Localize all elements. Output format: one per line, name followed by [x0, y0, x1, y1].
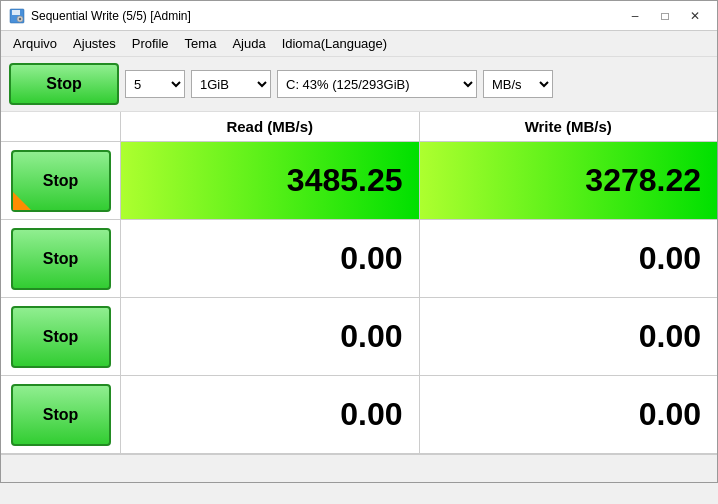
- table-row: Stop 0.00 0.00: [1, 298, 717, 376]
- svg-rect-1: [12, 10, 20, 15]
- drive-select[interactable]: C: 43% (125/293GiB): [277, 70, 477, 98]
- menu-idioma[interactable]: Idioma(Language): [274, 33, 396, 54]
- disk-icon: [9, 8, 25, 24]
- unit-select[interactable]: MB/s: [483, 70, 553, 98]
- header-read: Read (MB/s): [121, 112, 420, 141]
- menu-tema[interactable]: Tema: [177, 33, 225, 54]
- title-text: Sequential Write (5/5) [Admin]: [31, 9, 191, 23]
- size-select[interactable]: 1GiB: [191, 70, 271, 98]
- title-bar-left: Sequential Write (5/5) [Admin]: [9, 8, 191, 24]
- row-4-write: 0.00: [420, 376, 718, 453]
- table-row: Stop 3485.25 3278.22: [1, 142, 717, 220]
- stop-button-top[interactable]: Stop: [9, 63, 119, 105]
- table-row: Stop 0.00 0.00: [1, 220, 717, 298]
- title-bar: Sequential Write (5/5) [Admin] – □ ✕: [1, 1, 717, 31]
- header-write: Write (MB/s): [420, 112, 718, 141]
- main-table: Read (MB/s) Write (MB/s) Stop 3485.25 32…: [1, 112, 717, 454]
- row-2-read: 0.00: [121, 220, 420, 297]
- row-3-write: 0.00: [420, 298, 718, 375]
- row-3-btn-cell: Stop: [1, 298, 121, 375]
- stop-button-4[interactable]: Stop: [11, 384, 111, 446]
- header-label-cell: [1, 112, 121, 141]
- menu-ajuda[interactable]: Ajuda: [224, 33, 273, 54]
- title-bar-controls: – □ ✕: [621, 6, 709, 26]
- menu-bar: Arquivo Ajustes Profile Tema Ajuda Idiom…: [1, 31, 717, 57]
- svg-point-3: [19, 17, 21, 19]
- minimize-button[interactable]: –: [621, 6, 649, 26]
- row-1-read: 3485.25: [121, 142, 420, 219]
- row-1-write: 3278.22: [420, 142, 718, 219]
- num-select[interactable]: 5: [125, 70, 185, 98]
- row-3-read: 0.00: [121, 298, 420, 375]
- row-2-write: 0.00: [420, 220, 718, 297]
- menu-arquivo[interactable]: Arquivo: [5, 33, 65, 54]
- row-2-btn-cell: Stop: [1, 220, 121, 297]
- row-4-read: 0.00: [121, 376, 420, 453]
- table-row: Stop 0.00 0.00: [1, 376, 717, 454]
- status-bar: [1, 454, 717, 482]
- maximize-button[interactable]: □: [651, 6, 679, 26]
- stop-button-1[interactable]: Stop: [11, 150, 111, 212]
- close-button[interactable]: ✕: [681, 6, 709, 26]
- main-window: Sequential Write (5/5) [Admin] – □ ✕ Arq…: [0, 0, 718, 483]
- menu-profile[interactable]: Profile: [124, 33, 177, 54]
- toolbar: Stop 5 1GiB C: 43% (125/293GiB) MB/s: [1, 57, 717, 112]
- row-4-btn-cell: Stop: [1, 376, 121, 453]
- table-header: Read (MB/s) Write (MB/s): [1, 112, 717, 142]
- row-1-btn-cell: Stop: [1, 142, 121, 219]
- menu-ajustes[interactable]: Ajustes: [65, 33, 124, 54]
- stop-button-3[interactable]: Stop: [11, 306, 111, 368]
- stop-button-2[interactable]: Stop: [11, 228, 111, 290]
